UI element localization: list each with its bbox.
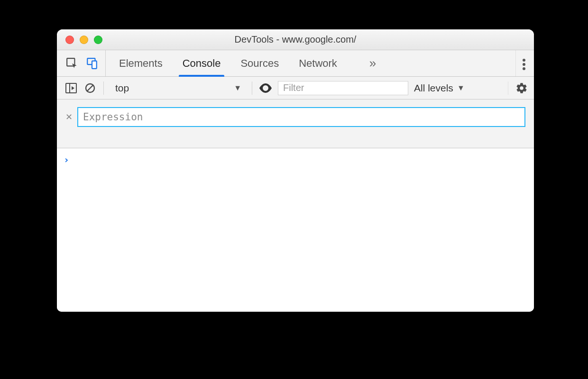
svg-rect-2: [92, 61, 97, 68]
console-prompt-caret-icon: ›: [64, 154, 69, 165]
console-settings-gear-icon[interactable]: [515, 81, 528, 95]
remove-expression-close-icon[interactable]: ✕: [65, 112, 73, 122]
tab-sources[interactable]: Sources: [240, 50, 279, 76]
svg-rect-3: [66, 83, 76, 93]
window-title: DevTools - www.google.com/: [57, 34, 534, 45]
window-minimize-button[interactable]: [80, 36, 88, 44]
window-close-button[interactable]: [65, 36, 74, 44]
clear-console-icon[interactable]: [83, 81, 97, 95]
tabs-overflow-chevron-icon[interactable]: »: [357, 50, 376, 76]
divider: [252, 81, 252, 95]
live-expression-input[interactable]: [77, 107, 525, 127]
console-toolbar: top ▼ All levels ▼: [57, 77, 534, 99]
devtools-window: DevTools - www.google.com/: [57, 29, 534, 312]
log-levels-label: All levels: [414, 82, 453, 94]
chevron-down-icon: ▼: [457, 84, 465, 92]
tab-console[interactable]: Console: [183, 50, 221, 76]
log-levels-selector[interactable]: All levels ▼: [414, 82, 465, 94]
toggle-sidebar-icon[interactable]: [64, 81, 78, 95]
live-expression-eye-icon[interactable]: [259, 81, 272, 95]
filter-input[interactable]: [278, 81, 408, 95]
svg-point-7: [264, 87, 267, 90]
titlebar: DevTools - www.google.com/: [57, 29, 534, 50]
window-zoom-button[interactable]: [94, 36, 102, 44]
svg-line-6: [87, 85, 93, 91]
tab-elements[interactable]: Elements: [119, 50, 163, 76]
more-options-icon[interactable]: [523, 57, 525, 70]
chevron-down-icon: ▼: [234, 84, 241, 92]
panel-tabs: Elements Console Sources Network »: [106, 50, 376, 76]
divider: [103, 81, 104, 95]
panel-tabs-row: Elements Console Sources Network »: [57, 50, 534, 77]
context-selector-label: top: [115, 82, 129, 94]
live-expression-bar: ✕: [57, 99, 534, 148]
inspect-element-icon[interactable]: [65, 57, 79, 70]
tab-network[interactable]: Network: [299, 50, 337, 76]
context-selector[interactable]: top ▼: [110, 81, 245, 96]
window-traffic-lights: [57, 36, 102, 44]
device-toolbar-icon[interactable]: [85, 57, 99, 70]
console-output[interactable]: ›: [57, 148, 534, 312]
